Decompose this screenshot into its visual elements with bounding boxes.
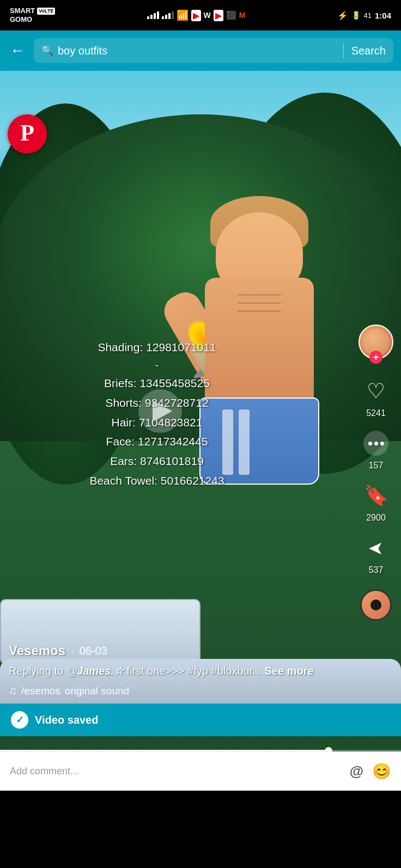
status-bar: SMART VoLTE GOMO 📶 ▶ W ▶ ⬛ M ⚡ 🔋 41 1:04 <box>0 0 401 30</box>
heart-icon: ♡ <box>367 379 385 403</box>
post-date: 06-03 <box>80 645 107 657</box>
youtube-icon: ▶ <box>191 10 201 21</box>
search-area: ← 🔍 boy outfits Search <box>0 30 401 71</box>
video-container[interactable]: P <box>0 71 401 751</box>
sound-handle: /esemos <box>21 685 60 697</box>
search-icon: 🔍 <box>41 45 53 57</box>
sound-row[interactable]: ♫ /esemos original sound <box>9 684 314 697</box>
dot2 <box>374 442 378 445</box>
pinterest-logo: P <box>8 114 47 154</box>
video-info: Vesemos · 06-03 Replying to @James.☆ fir… <box>9 643 314 697</box>
avatar-container[interactable]: + <box>359 325 393 359</box>
share-button[interactable]: ➤ 537 <box>361 533 391 575</box>
ears-text: Ears: 8746101819 <box>11 451 303 471</box>
bluetooth-icon: ⚡ <box>337 10 348 21</box>
share-count: 537 <box>369 565 384 575</box>
emoji-button[interactable]: 😊 <box>372 762 391 780</box>
bookmark-icon: 🔖 <box>364 484 388 507</box>
search-bar-container[interactable]: 🔍 boy outfits Search <box>34 38 393 63</box>
gmail-icon: M <box>239 11 246 20</box>
comment-actions: @ 😊 <box>350 762 391 780</box>
disc-center <box>370 600 381 610</box>
app-icon-w: W <box>204 11 211 20</box>
battery-icon: 🔋 <box>351 11 361 20</box>
like-count: 5241 <box>366 408 386 418</box>
shading-text: Shading: 12981071011 <box>11 338 303 357</box>
sound-label: original sound <box>65 685 129 697</box>
search-divider <box>343 43 344 58</box>
dash-separator: - <box>11 357 303 374</box>
volte-badge: VoLTE <box>37 8 55 15</box>
check-icon: ✓ <box>11 711 28 729</box>
share-icon-container: ➤ <box>361 533 391 563</box>
music-note-icon: ♫ <box>9 684 17 697</box>
comment-button[interactable]: 157 <box>361 428 391 470</box>
follow-button[interactable]: + <box>369 351 382 364</box>
share-icon: ➤ <box>368 537 384 559</box>
save-button[interactable]: 🔖 2900 <box>361 480 391 523</box>
search-input[interactable]: boy outfits <box>58 45 336 57</box>
progress-thumb <box>325 747 332 751</box>
save-count: 2900 <box>366 513 386 523</box>
video-scene: P <box>0 71 401 751</box>
carrier-name: SMART <box>10 7 35 15</box>
app-icon-yt2: ▶ <box>214 10 223 21</box>
dot3 <box>380 442 384 445</box>
back-button[interactable]: ← <box>8 42 27 59</box>
saved-text: Video saved <box>35 714 98 726</box>
beach-towel-text: Beach Towel: 5016621243 <box>11 471 303 491</box>
carrier-info: SMART VoLTE GOMO <box>10 7 55 23</box>
roblox-icon: ⬛ <box>226 10 236 20</box>
like-button[interactable]: ♡ 5241 <box>361 376 391 418</box>
comment-count: 157 <box>369 461 384 470</box>
comment-icon-container <box>361 428 391 459</box>
bookmark-icon-container: 🔖 <box>361 480 391 511</box>
username: Vesemos <box>9 643 65 658</box>
username-row: Vesemos · 06-03 <box>9 643 314 658</box>
pinterest-p: P <box>20 121 34 144</box>
saved-banner: ✓ Video saved <box>0 704 401 736</box>
music-disc <box>360 589 392 621</box>
battery-percent: 41 <box>364 11 372 20</box>
dot1 <box>368 442 372 445</box>
battery-time: ⚡ 🔋 41 1:04 <box>337 10 392 21</box>
outfit-info: Shading: 12981071011 - Briefs: 134554585… <box>0 332 314 496</box>
status-icons: 📶 ▶ W ▶ ⬛ M <box>147 9 246 21</box>
caption: Replying to @James.☆ first one>>> #fyp #… <box>9 663 314 679</box>
search-button[interactable]: Search <box>351 45 386 57</box>
carrier-sub: GOMO <box>10 15 55 24</box>
hair-text: Hair: 7104823821 <box>11 413 303 432</box>
signal-icon2 <box>162 11 174 19</box>
heart-icon-container: ♡ <box>361 376 391 406</box>
clock: 1:04 <box>375 11 391 20</box>
briefs-text: Briefs: 13455458525 <box>11 374 303 393</box>
shorts-text: Shorts: 9342728712 <box>11 393 303 413</box>
dot-separator: · <box>71 645 74 657</box>
mention: @James.☆ <box>66 665 124 677</box>
at-button[interactable]: @ <box>350 763 363 780</box>
face-text: Face: 12717342445 <box>11 432 303 451</box>
action-buttons: + ♡ 5241 157 <box>359 325 393 621</box>
comment-placeholder[interactable]: Add comment... <box>10 766 342 777</box>
wifi-icon: 📶 <box>177 9 189 21</box>
comment-bar[interactable]: Add comment... @ 😊 <box>0 751 401 791</box>
comment-icon <box>363 431 388 456</box>
comment-dots <box>368 442 384 445</box>
see-more-button[interactable]: See more <box>264 665 313 677</box>
signal-icon <box>147 11 159 19</box>
